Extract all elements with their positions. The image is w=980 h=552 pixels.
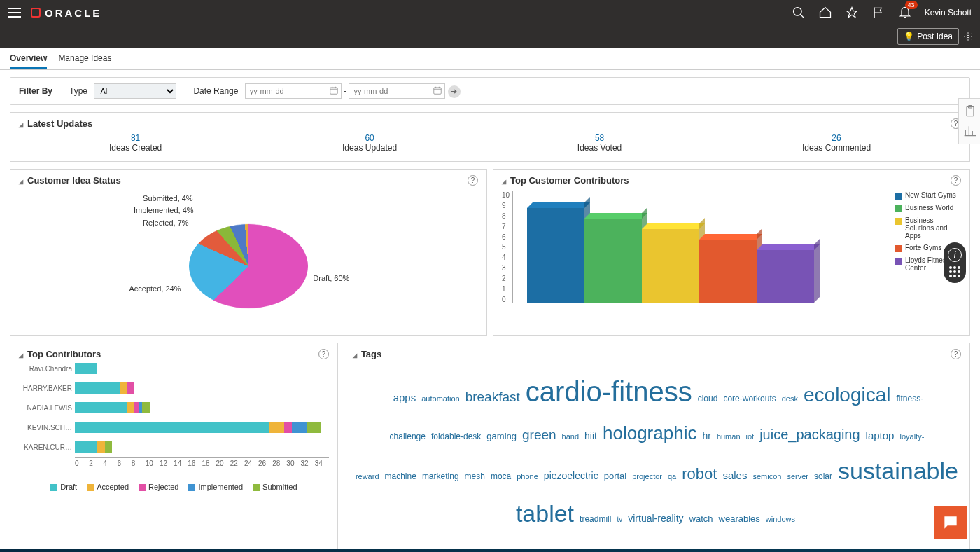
- type-select[interactable]: All: [94, 83, 176, 99]
- tag[interactable]: hiit: [584, 430, 597, 441]
- tag[interactable]: cloud: [698, 394, 718, 403]
- latest-updates-title: Latest Updates: [27, 118, 92, 129]
- notifications-icon[interactable]: 43: [898, 5, 912, 21]
- tag[interactable]: sales: [722, 469, 747, 481]
- tag[interactable]: qa: [668, 472, 676, 481]
- tag[interactable]: portal: [604, 471, 627, 481]
- bar[interactable]: [584, 213, 642, 303]
- bar[interactable]: [757, 244, 814, 303]
- legend-item[interactable]: Draft: [50, 483, 77, 491]
- help-icon[interactable]: ?: [951, 175, 961, 186]
- tag[interactable]: hand: [562, 432, 579, 441]
- tag[interactable]: apps: [393, 392, 416, 403]
- chat-button[interactable]: [934, 506, 967, 539]
- tag[interactable]: marketing: [422, 471, 459, 481]
- gear-icon[interactable]: [963, 32, 973, 41]
- hbar-row[interactable]: HARRY.BAKER: [19, 379, 329, 397]
- home-icon[interactable]: [818, 6, 832, 20]
- collapse-icon[interactable]: [19, 175, 23, 186]
- tag[interactable]: holographic: [603, 422, 696, 443]
- tag[interactable]: moca: [491, 471, 511, 481]
- flag-icon[interactable]: [872, 6, 886, 20]
- legend-item[interactable]: Submitted: [253, 483, 298, 491]
- tag[interactable]: projector: [632, 472, 662, 481]
- sub-toolbar: 💡 Post Idea: [0, 25, 980, 48]
- search-icon[interactable]: [792, 6, 806, 20]
- tag[interactable]: cardio-fitness: [526, 376, 692, 407]
- legend-item[interactable]: Business Solutions and Apps: [895, 216, 961, 240]
- panel-title: Customer Idea Status: [27, 175, 121, 186]
- help-icon[interactable]: ?: [951, 349, 961, 359]
- tag[interactable]: wearables: [719, 513, 760, 524]
- tag[interactable]: desk: [782, 394, 798, 403]
- hbar-row[interactable]: KEVIN.SCH…: [19, 418, 329, 436]
- apply-filter-button[interactable]: ➜: [448, 85, 461, 98]
- username-label[interactable]: Kevin Schott: [925, 8, 972, 18]
- tab-overview[interactable]: Overview: [10, 53, 47, 69]
- chart-icon[interactable]: [963, 124, 977, 138]
- collapse-icon[interactable]: [19, 118, 23, 129]
- tag[interactable]: iot: [746, 432, 755, 441]
- help-icon[interactable]: ?: [318, 349, 329, 359]
- svg-point-2: [967, 35, 969, 38]
- tag[interactable]: semicon: [752, 472, 781, 481]
- tag[interactable]: tv: [617, 516, 622, 523]
- svg-point-0: [793, 8, 802, 16]
- hbar-row[interactable]: Ravi.Chandra: [19, 359, 329, 378]
- tag[interactable]: treadmill: [580, 514, 611, 524]
- tag[interactable]: juice_packaging: [760, 427, 860, 442]
- tag[interactable]: green: [522, 427, 556, 442]
- clipboard-icon[interactable]: [963, 104, 977, 118]
- collapse-icon[interactable]: [502, 175, 506, 186]
- help-icon[interactable]: ?: [468, 175, 478, 186]
- tag[interactable]: solar: [814, 471, 832, 481]
- date-to-input[interactable]: [349, 83, 445, 99]
- bar[interactable]: [527, 202, 584, 303]
- stat-item[interactable]: 58Ideas Voted: [578, 133, 622, 153]
- legend-item[interactable]: Business World: [895, 204, 961, 212]
- tag[interactable]: virtual-reality: [628, 513, 683, 524]
- tag[interactable]: gaming: [486, 431, 517, 441]
- stat-item[interactable]: 60Ideas Updated: [342, 133, 397, 153]
- stat-item[interactable]: 26Ideas Commented: [802, 133, 871, 153]
- tag[interactable]: phone: [517, 472, 538, 481]
- tag[interactable]: laptop: [866, 429, 895, 441]
- info-pill[interactable]: i: [944, 242, 966, 283]
- tag[interactable]: watch: [690, 513, 713, 524]
- legend-item[interactable]: Rejected: [139, 483, 178, 491]
- tab-manage-ideas[interactable]: Manage Ideas: [58, 53, 111, 69]
- legend-item[interactable]: New Start Gyms: [895, 191, 961, 200]
- tag[interactable]: piezoelectric: [544, 470, 598, 481]
- tag[interactable]: human: [717, 432, 741, 441]
- tag[interactable]: foldable-desk: [431, 432, 481, 441]
- star-icon[interactable]: [845, 6, 859, 20]
- hbar-row[interactable]: NADIA.LEWIS: [19, 399, 329, 417]
- menu-icon[interactable]: [8, 8, 21, 18]
- bar[interactable]: [642, 223, 699, 303]
- tag[interactable]: hr: [702, 430, 710, 441]
- tag[interactable]: robot: [682, 465, 717, 483]
- legend-item[interactable]: Accepted: [87, 483, 129, 491]
- legend-item[interactable]: Implemented: [188, 483, 243, 491]
- tag[interactable]: mesh: [465, 471, 485, 481]
- tag[interactable]: windows: [766, 515, 795, 523]
- bar[interactable]: [699, 234, 757, 303]
- svg-point-8: [951, 520, 953, 522]
- hbar-row[interactable]: KAREN.CUR…: [19, 438, 329, 456]
- collapse-icon[interactable]: [19, 349, 23, 359]
- info-icon: i: [948, 248, 962, 262]
- post-idea-button[interactable]: 💡 Post Idea: [897, 28, 959, 45]
- tag[interactable]: core-workouts: [723, 394, 776, 403]
- tag[interactable]: automation: [421, 394, 459, 403]
- calendar-icon[interactable]: [433, 85, 442, 95]
- calendar-icon[interactable]: [329, 85, 339, 95]
- tag[interactable]: machine: [385, 471, 416, 481]
- tag[interactable]: ecological: [804, 384, 891, 406]
- tag[interactable]: breakfast: [465, 389, 520, 404]
- tag[interactable]: server: [787, 472, 808, 481]
- date-from-input[interactable]: [245, 83, 342, 99]
- top-bar: ORACLE 43 Kevin Schott: [0, 0, 980, 25]
- stat-item[interactable]: 81Ideas Created: [109, 133, 162, 153]
- dialpad-icon: [949, 266, 960, 277]
- collapse-icon[interactable]: [353, 349, 357, 359]
